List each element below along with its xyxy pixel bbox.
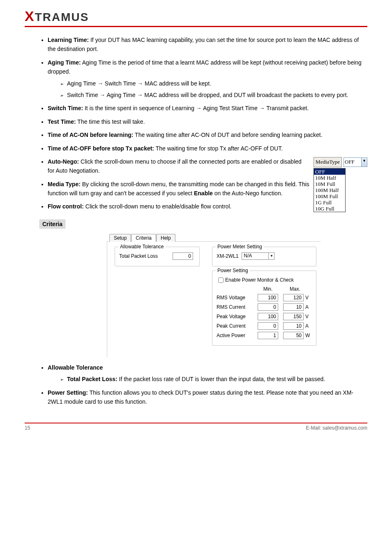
power-row-label: Active Power — [217, 333, 258, 338]
bullet-ac-off: Time of AC-OFF before stop Tx packet: Th… — [48, 144, 367, 153]
input-rms-current-max[interactable] — [283, 303, 304, 311]
input-total-packet-loss[interactable] — [173, 252, 193, 260]
unit-label: W — [305, 333, 312, 338]
power-row-label: RMS Voltage — [217, 295, 258, 301]
page-header: XTRAMUS — [25, 8, 367, 27]
input-peak-current-max[interactable] — [283, 322, 304, 330]
option-100m-half[interactable]: 100M Half — [314, 187, 345, 193]
chevron-down-icon: ▼ — [361, 158, 367, 166]
option-10m-full[interactable]: 10M Full — [314, 181, 345, 187]
sub-aging-keep: Aging Time → Switch Time → MAC address w… — [60, 79, 367, 88]
tab-help[interactable]: Help — [156, 234, 175, 242]
bullet-ac-on: Time of AC-ON before learning: The waiti… — [48, 130, 367, 139]
label-enable-power-monitor: Enable Power Monitor & Check — [225, 277, 294, 283]
option-10m-half[interactable]: 10M Half — [314, 175, 345, 181]
unit-label: V — [305, 314, 312, 319]
option-1g-full[interactable]: 1G Full — [314, 199, 345, 206]
input-peak-voltage-max[interactable] — [283, 313, 304, 320]
brand-logo: XTRAMUS — [25, 11, 89, 23]
col-max: Max. — [285, 286, 305, 292]
power-row-label: Peak Current — [217, 323, 258, 329]
option-10g-full[interactable]: 10G Full — [314, 206, 345, 212]
group-power-setting: Power Setting Enable Power Monitor & Che… — [212, 271, 316, 346]
label-xm-2wl1: XM-2WL1 — [217, 253, 238, 259]
input-rms-current-min[interactable] — [258, 303, 278, 311]
group-allowable-tolerance: Allowable Tolerance Total Packet Loss — [115, 247, 200, 266]
tab-setup[interactable]: Setup — [109, 234, 131, 242]
input-active-power-min[interactable] — [258, 332, 278, 339]
criteria-heading: Criteria — [39, 220, 65, 229]
col-min: Min. — [258, 286, 278, 292]
group-title-power-setting: Power Setting — [216, 268, 250, 273]
power-row: RMS CurrentA — [217, 303, 312, 311]
bullet-aging-time: Aging Time: Aging Time is the period of … — [48, 58, 367, 100]
group-title-tolerance: Allowable Tolerance — [118, 244, 166, 250]
group-title-power-meter: Power Meter Setting — [216, 244, 264, 250]
bullet-allowable-tolerance: Allowable Tolerance Total Packet Loss: I… — [48, 363, 367, 384]
unit-label: A — [305, 304, 312, 310]
select-power-meter[interactable]: N/A▼ — [242, 252, 274, 260]
power-row: RMS VoltageV — [217, 294, 312, 301]
sub-aging-drop: Switch Time → Aging Time → MAC address w… — [60, 90, 367, 99]
unit-label: V — [305, 295, 312, 301]
mediatype-label: MediaType — [314, 157, 342, 167]
group-power-meter: Power Meter Setting XM-2WL1 N/A▼ — [212, 247, 316, 266]
page-footer: 15 E-Mail: sales@xtramus.com — [25, 423, 367, 431]
sub-total-packet-loss: Total Packet Loss: If the packet loss ra… — [60, 375, 367, 384]
unit-label: A — [305, 323, 312, 329]
brand-text: TRAMUS — [35, 11, 89, 23]
label-total-packet-loss: Total Packet Loss — [119, 253, 173, 259]
footer-contact: E-Mail: sales@xtramus.com — [306, 425, 367, 431]
power-row: Active PowerW — [217, 332, 312, 339]
page-number: 15 — [25, 425, 30, 431]
bullet-switch-time: Switch Time: It is the time spent in seq… — [48, 104, 367, 113]
input-peak-voltage-min[interactable] — [258, 313, 278, 320]
bullet-auto-nego: MediaType OFF▼ OFF 10M Half 10M Full 100… — [48, 157, 367, 176]
input-active-power-max[interactable] — [283, 332, 304, 339]
power-row-label: RMS Current — [217, 304, 258, 310]
bullet-power-setting: Power Setting: This function allows you … — [48, 388, 367, 407]
option-off[interactable]: OFF — [314, 169, 345, 175]
input-peak-current-min[interactable] — [258, 322, 278, 330]
power-row-label: Peak Voltage — [217, 314, 258, 319]
tab-criteria[interactable]: Criteria — [131, 234, 156, 242]
chevron-down-icon: ▼ — [268, 253, 274, 259]
bullet-test-time: Test Time: The time this test will take. — [48, 117, 367, 126]
input-rms-voltage-max[interactable] — [283, 294, 304, 301]
option-100m-full[interactable]: 100M Full — [314, 193, 345, 199]
power-row: Peak VoltageV — [217, 313, 312, 320]
bullet-learning-time: Learning Time: If your DUT has MAC learn… — [48, 35, 367, 54]
input-rms-voltage-min[interactable] — [258, 294, 278, 301]
power-row: Peak CurrentA — [217, 322, 312, 330]
mediatype-select[interactable]: OFF▼ — [344, 157, 367, 167]
mediatype-options[interactable]: OFF 10M Half 10M Full 100M Half 100M Ful… — [314, 168, 346, 212]
checkbox-enable-power-monitor[interactable] — [218, 278, 224, 283]
